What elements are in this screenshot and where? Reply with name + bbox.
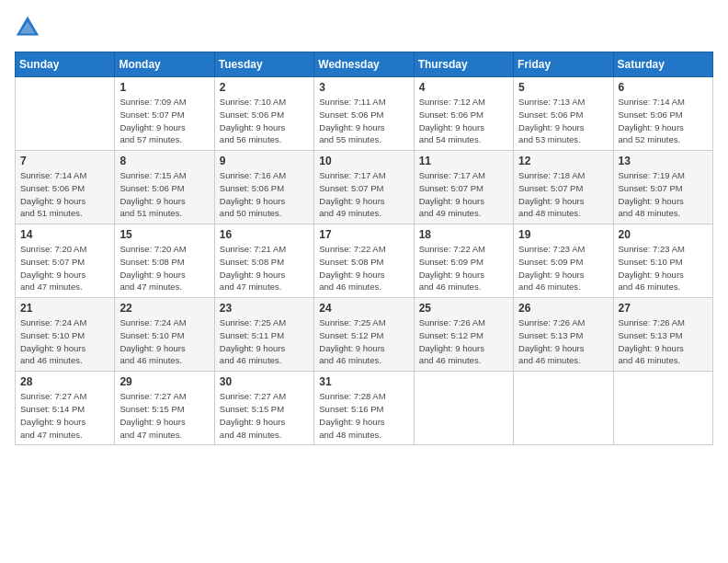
calendar-cell: 11Sunrise: 7:17 AMSunset: 5:07 PMDayligh… <box>414 151 513 224</box>
day-number: 7 <box>20 155 109 167</box>
calendar-cell: 31Sunrise: 7:28 AMSunset: 5:16 PMDayligh… <box>314 372 414 445</box>
day-info: Sunrise: 7:26 AMSunset: 5:13 PMDaylight:… <box>619 316 708 367</box>
day-number: 8 <box>119 155 209 167</box>
day-info: Sunrise: 7:17 AMSunset: 5:07 PMDaylight:… <box>419 169 508 220</box>
calendar-cell: 14Sunrise: 7:20 AMSunset: 5:07 PMDayligh… <box>16 224 115 298</box>
day-number: 18 <box>419 228 508 241</box>
day-number: 11 <box>419 155 508 167</box>
day-number: 12 <box>518 155 608 167</box>
day-info: Sunrise: 7:17 AMSunset: 5:07 PMDaylight:… <box>319 169 408 220</box>
day-info: Sunrise: 7:14 AMSunset: 5:06 PMDaylight:… <box>20 169 109 220</box>
calendar-cell: 5Sunrise: 7:13 AMSunset: 5:06 PMDaylight… <box>514 77 613 151</box>
day-info: Sunrise: 7:25 AMSunset: 5:11 PMDaylight:… <box>220 316 309 367</box>
day-info: Sunrise: 7:14 AMSunset: 5:06 PMDaylight:… <box>619 96 708 146</box>
calendar-cell: 22Sunrise: 7:24 AMSunset: 5:10 PMDayligh… <box>115 298 214 372</box>
calendar-cell: 21Sunrise: 7:24 AMSunset: 5:10 PMDayligh… <box>16 298 115 372</box>
day-info: Sunrise: 7:09 AMSunset: 5:07 PMDaylight:… <box>119 96 209 146</box>
day-info: Sunrise: 7:16 AMSunset: 5:06 PMDaylight:… <box>220 169 309 220</box>
day-number: 23 <box>220 302 309 315</box>
day-info: Sunrise: 7:20 AMSunset: 5:08 PMDaylight:… <box>119 243 209 293</box>
calendar-cell: 18Sunrise: 7:22 AMSunset: 5:09 PMDayligh… <box>414 224 513 298</box>
week-row-5: 28Sunrise: 7:27 AMSunset: 5:14 PMDayligh… <box>16 372 713 445</box>
calendar-cell: 20Sunrise: 7:23 AMSunset: 5:10 PMDayligh… <box>613 224 712 298</box>
calendar-cell: 13Sunrise: 7:19 AMSunset: 5:07 PMDayligh… <box>613 151 712 224</box>
calendar-cell: 27Sunrise: 7:26 AMSunset: 5:13 PMDayligh… <box>613 298 712 372</box>
calendar-cell: 3Sunrise: 7:11 AMSunset: 5:06 PMDaylight… <box>314 77 414 151</box>
day-number: 24 <box>319 302 408 315</box>
calendar-cell: 2Sunrise: 7:10 AMSunset: 5:06 PMDaylight… <box>214 77 313 151</box>
calendar-cell <box>514 372 613 445</box>
day-info: Sunrise: 7:27 AMSunset: 5:14 PMDaylight:… <box>20 390 109 441</box>
day-info: Sunrise: 7:27 AMSunset: 5:15 PMDaylight:… <box>119 390 209 441</box>
calendar-cell: 10Sunrise: 7:17 AMSunset: 5:07 PMDayligh… <box>314 151 414 224</box>
calendar-cell: 15Sunrise: 7:20 AMSunset: 5:08 PMDayligh… <box>115 224 214 298</box>
day-number: 13 <box>619 155 708 167</box>
day-info: Sunrise: 7:24 AMSunset: 5:10 PMDaylight:… <box>20 316 109 367</box>
day-number: 2 <box>220 81 309 94</box>
calendar-cell: 6Sunrise: 7:14 AMSunset: 5:06 PMDaylight… <box>613 77 712 151</box>
logo <box>15 15 44 40</box>
day-number: 21 <box>20 302 109 315</box>
calendar-cell: 26Sunrise: 7:26 AMSunset: 5:13 PMDayligh… <box>514 298 613 372</box>
calendar-cell: 4Sunrise: 7:12 AMSunset: 5:06 PMDaylight… <box>414 77 513 151</box>
calendar-cell: 1Sunrise: 7:09 AMSunset: 5:07 PMDaylight… <box>115 77 214 151</box>
day-number: 19 <box>518 228 608 241</box>
day-number: 17 <box>319 228 408 241</box>
week-row-4: 21Sunrise: 7:24 AMSunset: 5:10 PMDayligh… <box>16 298 713 372</box>
calendar-header-row: SundayMondayTuesdayWednesdayThursdayFrid… <box>16 52 713 77</box>
day-info: Sunrise: 7:11 AMSunset: 5:06 PMDaylight:… <box>319 96 408 146</box>
day-info: Sunrise: 7:18 AMSunset: 5:07 PMDaylight:… <box>518 169 608 220</box>
day-number: 4 <box>419 81 508 94</box>
header-saturday: Saturday <box>613 52 712 77</box>
day-number: 9 <box>220 155 309 167</box>
day-info: Sunrise: 7:27 AMSunset: 5:15 PMDaylight:… <box>220 390 309 441</box>
calendar-cell: 7Sunrise: 7:14 AMSunset: 5:06 PMDaylight… <box>16 151 115 224</box>
day-number: 22 <box>119 302 209 315</box>
day-number: 16 <box>220 228 309 241</box>
day-info: Sunrise: 7:24 AMSunset: 5:10 PMDaylight:… <box>119 316 209 367</box>
calendar-cell <box>414 372 513 445</box>
day-number: 6 <box>619 81 708 94</box>
calendar-cell: 8Sunrise: 7:15 AMSunset: 5:06 PMDaylight… <box>115 151 214 224</box>
day-info: Sunrise: 7:22 AMSunset: 5:08 PMDaylight:… <box>319 243 408 293</box>
day-number: 14 <box>20 228 109 241</box>
day-number: 31 <box>319 375 408 388</box>
day-info: Sunrise: 7:28 AMSunset: 5:16 PMDaylight:… <box>319 390 408 441</box>
day-info: Sunrise: 7:10 AMSunset: 5:06 PMDaylight:… <box>220 96 309 146</box>
calendar-cell: 28Sunrise: 7:27 AMSunset: 5:14 PMDayligh… <box>16 372 115 445</box>
day-number: 25 <box>419 302 508 315</box>
day-number: 3 <box>319 81 408 94</box>
day-info: Sunrise: 7:26 AMSunset: 5:13 PMDaylight:… <box>518 316 608 367</box>
day-number: 5 <box>518 81 608 94</box>
page-header <box>15 15 713 40</box>
calendar-cell: 25Sunrise: 7:26 AMSunset: 5:12 PMDayligh… <box>414 298 513 372</box>
day-info: Sunrise: 7:20 AMSunset: 5:07 PMDaylight:… <box>20 243 109 293</box>
day-number: 30 <box>220 375 309 388</box>
day-info: Sunrise: 7:21 AMSunset: 5:08 PMDaylight:… <box>220 243 309 293</box>
calendar-cell: 16Sunrise: 7:21 AMSunset: 5:08 PMDayligh… <box>214 224 313 298</box>
day-number: 29 <box>119 375 209 388</box>
week-row-3: 14Sunrise: 7:20 AMSunset: 5:07 PMDayligh… <box>16 224 713 298</box>
day-info: Sunrise: 7:13 AMSunset: 5:06 PMDaylight:… <box>518 96 608 146</box>
header-wednesday: Wednesday <box>314 52 414 77</box>
header-thursday: Thursday <box>414 52 513 77</box>
week-row-2: 7Sunrise: 7:14 AMSunset: 5:06 PMDaylight… <box>16 151 713 224</box>
day-number: 28 <box>20 375 109 388</box>
header-friday: Friday <box>514 52 613 77</box>
header-monday: Monday <box>115 52 214 77</box>
day-info: Sunrise: 7:22 AMSunset: 5:09 PMDaylight:… <box>419 243 508 293</box>
day-info: Sunrise: 7:15 AMSunset: 5:06 PMDaylight:… <box>119 169 209 220</box>
week-row-1: 1Sunrise: 7:09 AMSunset: 5:07 PMDaylight… <box>16 77 713 151</box>
calendar-cell <box>613 372 712 445</box>
day-info: Sunrise: 7:25 AMSunset: 5:12 PMDaylight:… <box>319 316 408 367</box>
day-number: 27 <box>619 302 708 315</box>
header-sunday: Sunday <box>16 52 115 77</box>
day-number: 20 <box>619 228 708 241</box>
calendar-cell: 24Sunrise: 7:25 AMSunset: 5:12 PMDayligh… <box>314 298 414 372</box>
calendar-cell: 17Sunrise: 7:22 AMSunset: 5:08 PMDayligh… <box>314 224 414 298</box>
day-info: Sunrise: 7:12 AMSunset: 5:06 PMDaylight:… <box>419 96 508 146</box>
calendar-cell: 23Sunrise: 7:25 AMSunset: 5:11 PMDayligh… <box>214 298 313 372</box>
calendar-cell: 30Sunrise: 7:27 AMSunset: 5:15 PMDayligh… <box>214 372 313 445</box>
calendar-cell: 9Sunrise: 7:16 AMSunset: 5:06 PMDaylight… <box>214 151 313 224</box>
day-info: Sunrise: 7:23 AMSunset: 5:09 PMDaylight:… <box>518 243 608 293</box>
